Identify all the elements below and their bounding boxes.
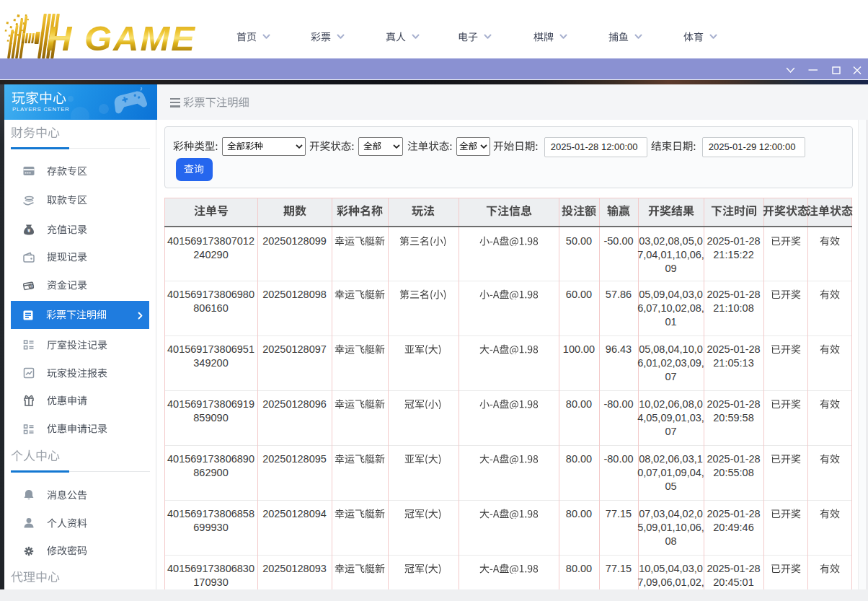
svg-text:H GAME: H GAME [46, 19, 196, 58]
